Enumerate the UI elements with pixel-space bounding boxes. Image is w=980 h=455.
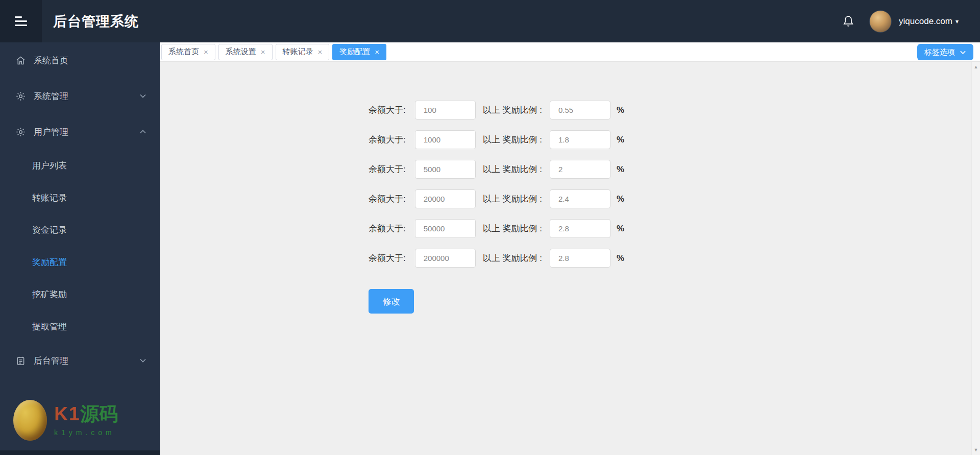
admin-app: 后台管理系统 yiqucode.com ▾ 系统首页 [0,0,980,455]
ratio-label: 以上 奖励比例 : [483,252,542,264]
account-name: yiqucode.com [899,16,952,27]
reward-row: 余额大于: 以上 奖励比例 : % [369,189,624,208]
reward-row: 余额大于: 以上 奖励比例 : % [369,101,624,119]
balance-label: 余额大于: [369,193,406,205]
chevron-down-icon [960,49,966,56]
watermark-brand-latin: K1 [54,403,80,424]
ratio-label: 以上 奖励比例 : [483,163,542,175]
watermark-site: k1ym.com [54,428,118,437]
gear-icon [15,91,26,102]
balance-label: 余额大于: [369,163,406,175]
percent-sign: % [617,224,624,234]
balance-threshold-input[interactable] [415,101,476,119]
percent-sign: % [617,105,624,115]
reward-config-form: 余额大于: 以上 奖励比例 : % 余额大于: 以上 奖励比例 : % [369,101,624,314]
balance-label: 余额大于: [369,223,406,234]
header-actions: yiqucode.com ▾ [842,10,959,33]
balance-threshold-input[interactable] [415,219,476,238]
reward-row: 余额大于: 以上 奖励比例 : % [369,130,624,149]
top-header: 后台管理系统 yiqucode.com ▾ [0,0,980,42]
scroll-down-icon[interactable]: ▼ [972,447,980,452]
reward-row: 余额大于: 以上 奖励比例 : % [369,219,624,238]
reward-ratio-input[interactable] [550,101,610,119]
page-title: 后台管理系统 [53,12,139,31]
tab-transfer-records[interactable]: 转账记录 × [276,44,330,60]
tab-system-home[interactable]: 系统首页 × [161,44,215,60]
sidebar: 系统首页 系统管理 用户管理 [0,42,160,455]
k1-watermark-logo: K1源码 k1ym.com [13,400,118,441]
balance-label: 余额大于: [369,134,406,146]
content-panel: 余额大于: 以上 奖励比例 : % 余额大于: 以上 奖励比例 : % [160,62,980,455]
chevron-up-icon [139,128,146,135]
chevron-down-icon [139,357,146,364]
ratio-label: 以上 奖励比例 : [483,104,542,116]
sidebar-item-system-mgmt[interactable]: 系统管理 [0,78,160,114]
sidebar-item-user-list[interactable]: 用户列表 [0,150,160,182]
sidebar-bottom-strip [0,450,160,455]
watermark-brand-cn: 源码 [80,403,118,424]
close-icon[interactable]: × [318,47,323,56]
reward-ratio-input[interactable] [550,130,610,149]
menu-toggle-icon[interactable] [0,0,42,42]
percent-sign: % [617,135,624,145]
modify-button[interactable]: 修改 [369,289,414,314]
sidebar-item-fund-records[interactable]: 资金记录 [0,214,160,246]
tab-bar: 系统首页 × 系统设置 × 转账记录 × 奖励配置 × 标签选项 [160,42,980,62]
reward-row: 余额大于: 以上 奖励比例 : % [369,160,624,179]
clipboard-icon [15,355,26,366]
home-icon [15,55,26,66]
sidebar-item-mining-reward[interactable]: 挖矿奖励 [0,278,160,310]
caret-down-icon: ▾ [955,18,959,25]
ratio-label: 以上 奖励比例 : [483,134,542,146]
close-icon[interactable]: × [261,47,265,56]
balance-threshold-input[interactable] [415,189,476,208]
percent-sign: % [617,164,624,175]
gear-icon [15,127,26,137]
sidebar-item-withdraw-mgmt[interactable]: 提取管理 [0,310,160,343]
sidebar-item-backend-mgmt[interactable]: 后台管理 [0,343,160,378]
balance-label: 余额大于: [369,252,406,264]
sidebar-item-reward-config[interactable]: 奖励配置 [0,246,160,278]
reward-ratio-input[interactable] [550,249,610,268]
percent-sign: % [617,194,624,204]
main-area: 系统首页 × 系统设置 × 转账记录 × 奖励配置 × 标签选项 [160,42,980,455]
scroll-up-icon[interactable]: ▲ [972,64,980,69]
sidebar-item-user-mgmt[interactable]: 用户管理 [0,114,160,150]
balance-threshold-input[interactable] [415,130,476,149]
ratio-label: 以上 奖励比例 : [483,223,542,234]
ratio-label: 以上 奖励比例 : [483,193,542,205]
close-icon[interactable]: × [204,47,208,56]
user-mgmt-submenu: 用户列表 转账记录 资金记录 奖励配置 挖矿奖励 提取管理 [0,150,160,343]
user-avatar[interactable] [869,10,892,33]
close-icon[interactable]: × [375,47,379,56]
tab-reward-config[interactable]: 奖励配置 × [332,44,386,60]
account-menu[interactable]: yiqucode.com ▾ [899,16,959,27]
notification-bell-icon[interactable] [842,15,855,28]
tab-system-settings[interactable]: 系统设置 × [218,44,273,60]
gold-orb-icon [13,400,47,441]
balance-label: 余额大于: [369,104,406,116]
reward-row: 余额大于: 以上 奖励比例 : % [369,249,624,268]
chevron-down-icon [139,92,146,100]
balance-threshold-input[interactable] [415,249,476,268]
reward-ratio-input[interactable] [550,189,610,208]
sidebar-item-transfer-records[interactable]: 转账记录 [0,182,160,214]
vertical-scrollbar[interactable]: ▲ ▼ [971,62,980,455]
balance-threshold-input[interactable] [415,160,476,179]
reward-ratio-input[interactable] [550,219,610,238]
reward-ratio-input[interactable] [550,160,610,179]
sidebar-item-home[interactable]: 系统首页 [0,42,160,78]
percent-sign: % [617,253,624,264]
tag-options-button[interactable]: 标签选项 [917,44,973,60]
